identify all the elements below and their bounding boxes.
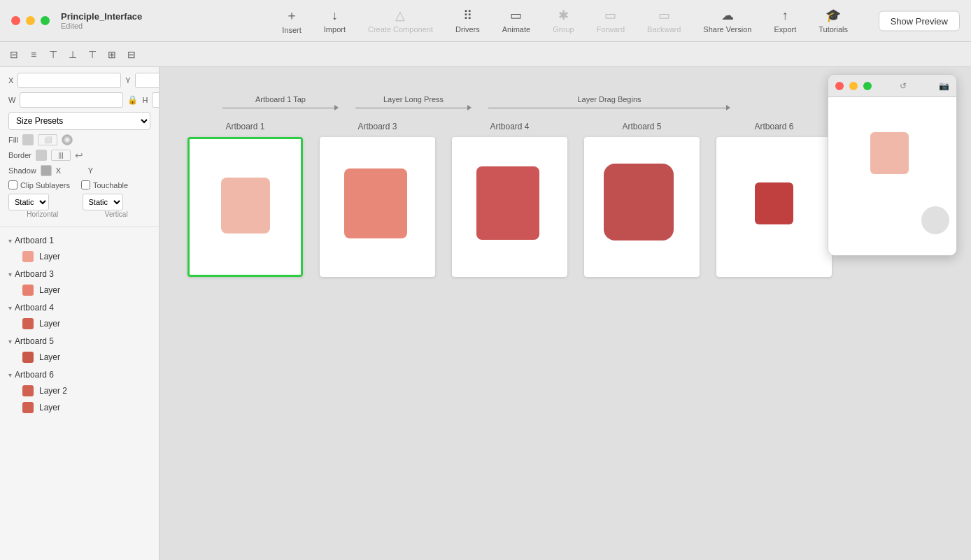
toolbar-import[interactable]: ↓ Import: [324, 8, 346, 34]
preview-rotate-icon: ↺: [900, 81, 907, 91]
artboard-5-header[interactable]: ▾ Artboard 5: [0, 333, 159, 349]
border-swatch[interactable]: [36, 150, 47, 161]
distribute-v-icon[interactable]: ⊟: [123, 46, 140, 63]
canvas-area[interactable]: Artboard 1 Tap Layer Long Press: [160, 67, 971, 560]
y-input[interactable]: [135, 73, 160, 88]
fill-color-icon[interactable]: [62, 134, 73, 145]
preview-circle: [921, 206, 949, 234]
align-bottom-icon[interactable]: ⊤: [84, 46, 101, 63]
artboard-3-canvas-label: Artboard 3: [357, 122, 397, 131]
toolbar-export[interactable]: ↑ Export: [774, 8, 796, 34]
animate-icon: ▭: [510, 8, 522, 23]
artboard-1-shape: [221, 178, 270, 234]
layer-item[interactable]: Layer: [0, 315, 159, 332]
backward-icon: ▭: [658, 8, 670, 23]
chevron-down-icon: ▾: [8, 338, 12, 345]
artboard-group-3: ▾ Artboard 3 Layer: [0, 266, 159, 299]
artboard-col-1: Artboard 1: [187, 122, 303, 277]
size-presets-select[interactable]: Size Presets: [8, 112, 150, 130]
artboard-4-label: Artboard 4: [15, 303, 54, 313]
show-preview-button[interactable]: Show Preview: [879, 10, 960, 31]
artboard-frame-1[interactable]: [187, 137, 303, 277]
artboard-1-header[interactable]: ▾ Artboard 1: [0, 233, 159, 248]
main-layout: X Y W 🔒 H Size Presets Fill ⬜: [0, 67, 971, 560]
align-middle-icon[interactable]: ⊥: [64, 46, 81, 63]
toolbar-drivers[interactable]: ⠿ Drivers: [455, 8, 480, 34]
toolbar-animate[interactable]: ▭ Animate: [502, 8, 530, 34]
layer-color-swatch: [22, 352, 34, 363]
main-toolbar: ＋ Insert ↓ Import △ Create Component ⠿ D…: [170, 7, 960, 34]
app-title-area: Principle_Interface Edited: [61, 11, 142, 30]
static-horizontal-select[interactable]: Static: [8, 194, 49, 210]
layer-item[interactable]: Layer 2: [0, 382, 159, 399]
shadow-swatch[interactable]: [41, 165, 52, 176]
toolbar-tutorials[interactable]: 🎓 Tutorials: [818, 8, 848, 34]
options-row: Clip Sublayers Touchable: [8, 180, 150, 189]
artboard-3-shape: [344, 168, 407, 238]
layer-item[interactable]: Layer: [0, 282, 159, 299]
preview-minimize-button[interactable]: [849, 82, 858, 90]
w-input[interactable]: [20, 92, 123, 108]
align-center-h-icon[interactable]: ≡: [25, 46, 42, 63]
layer-item[interactable]: Layer: [0, 248, 159, 265]
fill-style-icon[interactable]: ⬜: [38, 134, 57, 145]
align-top-icon[interactable]: ⊤: [45, 46, 62, 63]
toolbar-forward[interactable]: ▭ Forward: [597, 8, 625, 34]
layer-name: Layer 2: [39, 386, 67, 396]
toolbar-create-component[interactable]: △ Create Component: [368, 8, 433, 34]
h-label: H: [142, 96, 148, 104]
h-input[interactable]: [152, 92, 160, 108]
preview-close-button[interactable]: [835, 82, 844, 90]
transition-1-label: Artboard 1 Tap: [255, 95, 306, 103]
artboard-4-header[interactable]: ▾ Artboard 4: [0, 300, 159, 315]
touchable-label[interactable]: Touchable: [81, 180, 128, 189]
artboard-group-4: ▾ Artboard 4 Layer: [0, 300, 159, 332]
static-vertical-select[interactable]: Static: [83, 194, 123, 210]
tutorials-icon: 🎓: [825, 8, 841, 23]
group-icon: ✱: [558, 8, 569, 23]
artboard-frame-6[interactable]: [716, 137, 832, 277]
insert-icon: ＋: [285, 7, 298, 24]
maximize-button[interactable]: [41, 16, 50, 25]
preview-camera-icon: 📷: [939, 81, 949, 91]
x-label: X: [8, 76, 13, 85]
artboard-3-header[interactable]: ▾ Artboard 3: [0, 266, 159, 282]
artboard-frame-5[interactable]: [584, 137, 700, 277]
artboard-5-canvas-label: Artboard 5: [622, 122, 661, 131]
fill-label: Fill: [8, 136, 18, 144]
minimize-button[interactable]: [26, 16, 35, 25]
vertical-axis-label: Vertical: [83, 210, 151, 218]
x-input[interactable]: [17, 73, 121, 88]
artboard-frame-3[interactable]: [320, 137, 435, 277]
layer-item[interactable]: Layer: [0, 399, 159, 416]
clip-sublayers-label[interactable]: Clip Sublayers: [8, 180, 70, 189]
artboard-4-canvas-label: Artboard 4: [490, 122, 529, 131]
layer-item[interactable]: Layer: [0, 349, 159, 366]
layer-name: Layer: [39, 285, 60, 295]
artboard-1-canvas-label: Artboard 1: [225, 122, 264, 131]
app-title: Principle_Interface: [61, 11, 142, 22]
clip-sublayers-checkbox[interactable]: [8, 180, 17, 189]
artboard-1-label: Artboard 1: [15, 236, 54, 245]
touchable-checkbox[interactable]: [81, 180, 90, 189]
artboard-frame-4[interactable]: [452, 137, 567, 277]
export-icon: ↑: [782, 8, 788, 23]
preview-shape: [870, 132, 909, 174]
preview-maximize-button[interactable]: [863, 82, 872, 90]
distribute-h-icon[interactable]: ⊞: [104, 46, 120, 63]
fill-row: Fill ⬜: [8, 134, 150, 145]
artboard-6-label: Artboard 6: [15, 370, 54, 380]
app-subtitle: Edited: [61, 22, 142, 30]
fill-swatch[interactable]: [22, 134, 34, 145]
align-left-icon[interactable]: ⊟: [6, 46, 22, 63]
close-button[interactable]: [11, 16, 20, 25]
border-style-icon[interactable]: |||: [51, 150, 71, 161]
artboard-4-shape: [476, 166, 539, 240]
lock-icon: 🔒: [127, 95, 138, 105]
toolbar-backward[interactable]: ▭ Backward: [647, 8, 681, 34]
toolbar-share-version[interactable]: ☁ Share Version: [703, 8, 751, 34]
toolbar-group[interactable]: ✱ Group: [553, 8, 574, 34]
chevron-down-icon: ▾: [8, 304, 12, 312]
artboard-6-header[interactable]: ▾ Artboard 6: [0, 367, 159, 382]
toolbar-insert[interactable]: ＋ Insert: [282, 7, 302, 34]
